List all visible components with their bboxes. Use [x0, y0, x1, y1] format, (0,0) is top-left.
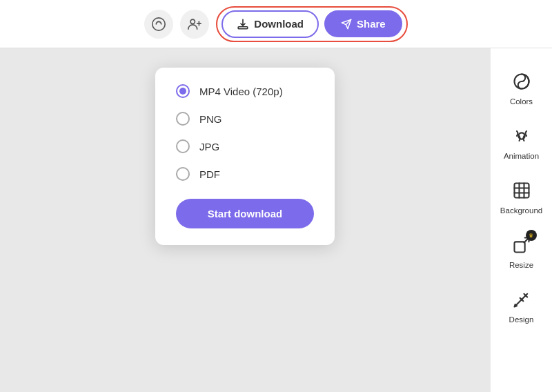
add-person-button[interactable]: [180, 10, 209, 39]
design-label: Design: [509, 315, 534, 324]
background-label: Background: [500, 206, 542, 215]
svg-rect-5: [239, 26, 248, 28]
animation-icon: [509, 124, 534, 148]
svg-point-2: [190, 19, 195, 23]
option-jpg[interactable]: JPG: [176, 139, 314, 153]
crown-badge: ♛: [526, 230, 537, 241]
colors-icon: [509, 69, 534, 94]
radio-pdf: [176, 167, 190, 181]
option-png-label: PNG: [199, 113, 222, 125]
download-label: Download: [254, 18, 304, 30]
download-button[interactable]: Download: [221, 10, 319, 38]
sidebar-item-colors[interactable]: Colors: [495, 62, 549, 112]
share-button[interactable]: Share: [324, 10, 402, 37]
svg-rect-15: [514, 242, 524, 252]
download-icon: [237, 18, 249, 30]
radio-mp4: [176, 84, 190, 98]
right-sidebar: Colors Animation: [490, 48, 552, 392]
sidebar-item-resize[interactable]: ♛ Resize: [495, 226, 549, 276]
option-pdf-label: PDF: [199, 168, 220, 180]
action-group: Download Share: [216, 6, 407, 42]
sidebar-item-design[interactable]: Design: [495, 280, 549, 331]
option-png[interactable]: PNG: [176, 112, 314, 126]
svg-point-0: [152, 17, 165, 30]
main-area: MP4 Video (720p) PNG JPG PDF Start downl…: [0, 48, 552, 392]
top-bar: Download Share: [0, 0, 552, 48]
resize-label: Resize: [509, 261, 533, 269]
option-pdf[interactable]: PDF: [176, 167, 314, 181]
magic-tools-button[interactable]: [144, 10, 173, 39]
option-mp4-label: MP4 Video (720p): [199, 86, 283, 97]
share-label: Share: [357, 18, 386, 30]
radio-png: [176, 112, 190, 126]
canvas-area: MP4 Video (720p) PNG JPG PDF Start downl…: [0, 48, 490, 392]
resize-icon: ♛: [509, 233, 534, 257]
radio-jpg: [176, 139, 190, 153]
share-icon: [341, 19, 352, 30]
background-icon: [509, 178, 534, 203]
start-download-button[interactable]: Start download: [176, 199, 314, 228]
sidebar-item-background[interactable]: Background: [495, 171, 549, 222]
colors-label: Colors: [510, 97, 533, 106]
sidebar-item-animation[interactable]: Animation: [495, 117, 549, 167]
download-dropdown: MP4 Video (720p) PNG JPG PDF Start downl…: [155, 68, 335, 245]
animation-label: Animation: [504, 152, 539, 160]
svg-rect-10: [514, 184, 529, 198]
option-mp4[interactable]: MP4 Video (720p): [176, 84, 314, 98]
design-icon: [509, 287, 534, 312]
option-jpg-label: JPG: [199, 141, 219, 153]
